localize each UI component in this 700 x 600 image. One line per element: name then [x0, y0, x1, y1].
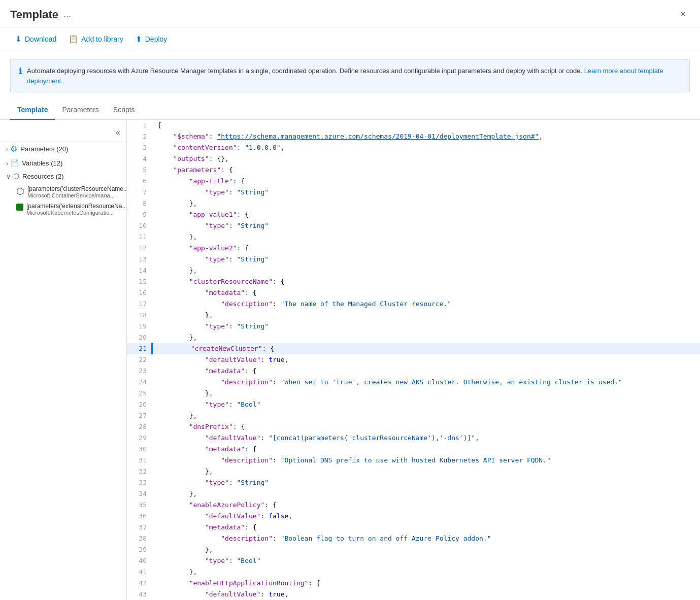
line-number-20: 20	[127, 332, 151, 343]
line-number-21: 21	[127, 343, 151, 354]
tab-scripts[interactable]: Scripts	[106, 101, 142, 120]
line-number-25: 25	[127, 388, 151, 399]
code-line-18: },	[151, 310, 700, 321]
resource-2-icon	[16, 204, 23, 211]
code-line-10: "type": "String"	[151, 220, 700, 231]
variables-label: Variables (12)	[22, 159, 62, 167]
code-line-1: {	[151, 120, 700, 131]
code-line-26: "type": "Bool"	[151, 399, 700, 410]
code-line-30: "metadata": {	[151, 444, 700, 455]
code-line-13: "type": "String"	[151, 254, 700, 265]
deploy-icon: ⬆	[136, 35, 142, 44]
line-number-33: 33	[127, 477, 151, 488]
code-line-3: "contentVersion": "1.0.0.0",	[151, 142, 700, 153]
info-bar: ℹ Automate deploying resources with Azur…	[10, 59, 690, 92]
info-text: Automate deploying resources with Azure …	[27, 66, 681, 86]
code-line-8: },	[151, 198, 700, 209]
line-number-26: 26	[127, 399, 151, 410]
code-line-19: "type": "String"	[151, 321, 700, 332]
line-number-6: 6	[127, 176, 151, 187]
code-line-11: },	[151, 231, 700, 243]
tab-template[interactable]: Template	[10, 101, 55, 120]
deploy-label: Deploy	[145, 35, 168, 43]
line-number-34: 34	[127, 488, 151, 499]
resource-2-name: [parameters('extensionResourceNa...	[26, 203, 127, 210]
code-line-4: "outputs": {},	[151, 153, 700, 164]
library-icon: 📋	[69, 35, 78, 44]
line-number-38: 38	[127, 533, 151, 544]
dialog-title: Template	[10, 8, 58, 21]
code-line-12: "app-value2": {	[151, 243, 700, 254]
resource-item-1[interactable]: ⬡ [parameters('clusterResourceName... Mi…	[0, 184, 126, 200]
code-lines: { "$schema": "https://schema.management.…	[151, 120, 700, 600]
line-number-31: 31	[127, 455, 151, 466]
deploy-button[interactable]: ⬆ Deploy	[130, 31, 173, 47]
code-line-39: },	[151, 544, 700, 555]
line-number-4: 4	[127, 153, 151, 164]
sidebar: « › ⚙ Parameters (20) › 📄 Variables (12)…	[0, 120, 127, 600]
line-number-7: 7	[127, 187, 151, 198]
line-number-39: 39	[127, 544, 151, 555]
code-line-40: "type": "Bool"	[151, 555, 700, 566]
line-number-27: 27	[127, 410, 151, 421]
sidebar-resources-section[interactable]: ∨ ⬡ Resources (2)	[0, 170, 126, 183]
tab-bar: Template Parameters Scripts	[0, 101, 700, 120]
info-icon: ℹ	[19, 66, 22, 76]
download-button[interactable]: ⬇ Download	[10, 31, 61, 47]
line-number-14: 14	[127, 265, 151, 276]
code-line-29: "defaultValue": "[concat(parameters('clu…	[151, 432, 700, 444]
code-line-14: },	[151, 265, 700, 276]
resource-1-icon: ⬡	[16, 186, 24, 197]
line-number-5: 5	[127, 164, 151, 176]
header-more-options[interactable]: ...	[63, 9, 71, 20]
line-number-23: 23	[127, 365, 151, 377]
code-line-42: "enableHttpApplicationRouting": {	[151, 578, 700, 589]
line-number-19: 19	[127, 321, 151, 332]
code-line-36: "defaultValue": false,	[151, 511, 700, 522]
main-content: « › ⚙ Parameters (20) › 📄 Variables (12)…	[0, 120, 700, 600]
code-line-22: "defaultValue": true,	[151, 354, 700, 365]
line-number-15: 15	[127, 276, 151, 287]
code-line-7: "type": "String"	[151, 187, 700, 198]
resource-item-2[interactable]: [parameters('extensionResourceNa... Micr…	[0, 201, 126, 217]
parameters-label: Parameters (20)	[20, 145, 68, 153]
resources-icon: ⬡	[13, 172, 19, 180]
line-number-37: 37	[127, 522, 151, 533]
tab-parameters[interactable]: Parameters	[55, 101, 106, 120]
sidebar-parameters-section[interactable]: › ⚙ Parameters (20)	[0, 142, 126, 156]
line-number-22: 22	[127, 354, 151, 365]
code-line-32: },	[151, 466, 700, 477]
line-number-42: 42	[127, 578, 151, 589]
line-number-40: 40	[127, 555, 151, 566]
chevron-down-icon-res: ∨	[6, 173, 11, 180]
code-editor[interactable]: 1234567891011121314151617181920212223242…	[127, 120, 700, 600]
code-line-23: "metadata": {	[151, 365, 700, 377]
line-number-12: 12	[127, 243, 151, 254]
code-line-2: "$schema": "https://schema.management.az…	[151, 131, 700, 142]
resource-1-type: Microsoft.ContainerService/mana...	[27, 192, 127, 198]
code-line-17: "description": "The name of the Managed …	[151, 298, 700, 310]
code-line-20: },	[151, 332, 700, 343]
add-to-library-button[interactable]: 📋 Add to library	[63, 31, 128, 47]
line-number-36: 36	[127, 511, 151, 522]
line-number-30: 30	[127, 444, 151, 455]
line-number-29: 29	[127, 432, 151, 444]
chevron-right-icon-vars: ›	[6, 159, 8, 167]
sidebar-variables-section[interactable]: › 📄 Variables (12)	[0, 156, 126, 170]
code-line-38: "description": "Boolean flag to turn on …	[151, 533, 700, 544]
close-button[interactable]: ×	[676, 7, 690, 22]
line-number-2: 2	[127, 131, 151, 142]
line-number-11: 11	[127, 231, 151, 243]
code-line-6: "app-title": {	[151, 176, 700, 187]
collapse-icon: «	[116, 128, 120, 137]
line-number-8: 8	[127, 198, 151, 209]
code-line-9: "app-value1": {	[151, 209, 700, 220]
line-number-24: 24	[127, 377, 151, 388]
params-icon: ⚙	[10, 144, 17, 154]
code-line-27: },	[151, 410, 700, 421]
code-line-41: },	[151, 566, 700, 578]
code-line-35: "enableAzurePolicy": {	[151, 499, 700, 511]
collapse-sidebar-button[interactable]: «	[114, 126, 122, 139]
vars-icon: 📄	[10, 159, 19, 167]
code-line-34: },	[151, 488, 700, 499]
